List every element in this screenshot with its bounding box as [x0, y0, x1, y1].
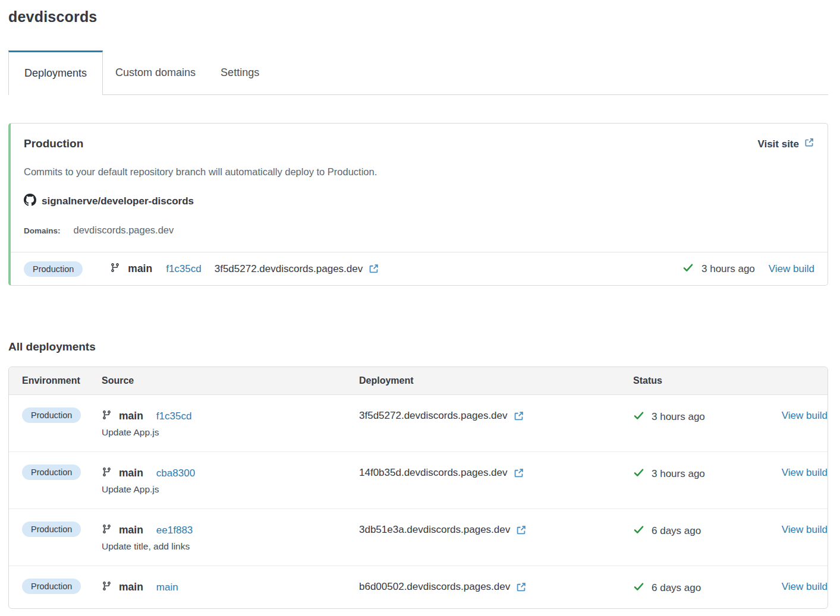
tab-label: Custom domains [115, 67, 196, 79]
success-check-icon [682, 262, 694, 276]
external-link-icon[interactable] [513, 410, 524, 422]
deployment-url: 3f5d5272.devdiscords.pages.dev [215, 263, 363, 275]
domain-value: devdiscords.pages.dev [74, 225, 174, 236]
deployment-url: 14f0b35d.devdiscords.pages.dev [359, 467, 508, 479]
commit-message: Update title, add links [102, 541, 359, 552]
external-link-icon[interactable] [515, 582, 527, 593]
deployment-url: b6d00502.devdiscords.pages.dev [359, 581, 510, 593]
pages-project-page: devdiscords Deployments Custom domains S… [0, 0, 840, 616]
tab-deployments[interactable]: Deployments [8, 50, 103, 95]
domains-label: Domains: [24, 226, 61, 235]
deployment-table-row: Production main f1c35cd Updat [9, 395, 828, 452]
view-build-link[interactable]: View build [782, 410, 828, 421]
production-card: Production Visit site Commits to your de… [8, 123, 828, 286]
tab-label: Settings [221, 67, 259, 79]
view-build-link[interactable]: View build [782, 524, 828, 535]
commit-link[interactable]: cba8300 [156, 467, 195, 479]
production-card-body: Production Visit site Commits to your de… [11, 124, 828, 252]
deployment-table-row: Production main ee1f883 Updat [9, 509, 828, 566]
visit-site-link[interactable]: Visit site [757, 137, 814, 151]
github-logo-icon [24, 194, 36, 209]
view-build-link[interactable]: View build [782, 467, 828, 478]
column-header-deployment: Deployment [359, 367, 633, 395]
tab-settings[interactable]: Settings [208, 50, 272, 94]
view-build-link[interactable]: View build [769, 263, 814, 275]
page-title: devdiscords [8, 8, 828, 26]
commit-message: Update App.js [102, 484, 359, 495]
environment-badge: Production [22, 579, 81, 594]
branch-name: main [128, 263, 152, 275]
git-branch-icon [102, 524, 112, 536]
success-check-icon [633, 524, 644, 538]
deployment-url: 3db51e3a.devdiscords.pages.dev [359, 524, 510, 536]
production-heading: Production [24, 137, 83, 150]
deployment-table-row: Production main main [9, 566, 828, 608]
deployment-time: 3 hours ago [652, 411, 705, 423]
commit-link[interactable]: f1c35cd [166, 263, 202, 275]
external-link-icon[interactable] [513, 467, 524, 479]
success-check-icon [633, 410, 644, 424]
production-description: Commits to your default repository branc… [24, 166, 814, 178]
deployment-time: 3 hours ago [652, 468, 705, 480]
commit-link[interactable]: main [156, 582, 178, 593]
environment-badge: Production [24, 261, 83, 277]
external-link-icon[interactable] [515, 525, 527, 536]
branch-name: main [119, 467, 143, 479]
branch-name: main [119, 410, 143, 422]
git-branch-icon [102, 410, 112, 422]
production-deployment-row: Production main f1c35cd 3f5d5272.devdisc… [11, 252, 828, 285]
visit-site-label: Visit site [757, 138, 799, 150]
tab-bar: Deployments Custom domains Settings [8, 50, 828, 95]
environment-badge: Production [22, 522, 81, 537]
environment-badge: Production [22, 407, 81, 423]
view-build-link[interactable]: View build [782, 581, 828, 592]
column-header-status: Status [633, 367, 769, 395]
all-deployments-heading: All deployments [8, 340, 828, 353]
external-link-icon[interactable] [368, 263, 379, 274]
deployment-url: 3f5d5272.devdiscords.pages.dev [359, 410, 508, 422]
repository-link[interactable]: signalnerve/developer-discords [42, 195, 194, 207]
tab-custom-domains[interactable]: Custom domains [103, 50, 208, 94]
tab-label: Deployments [24, 67, 87, 80]
success-check-icon [633, 581, 644, 595]
deployments-table: Environment Source Deployment Status Pro… [8, 367, 828, 609]
column-header-actions [769, 367, 828, 395]
commit-link[interactable]: ee1f883 [156, 525, 193, 536]
deployment-time: 6 days ago [652, 525, 701, 537]
commit-message: Update App.js [102, 427, 359, 438]
git-branch-icon [110, 263, 120, 275]
column-header-environment: Environment [9, 367, 102, 395]
commit-link[interactable]: f1c35cd [156, 410, 192, 422]
branch-name: main [119, 524, 143, 536]
external-link-icon [804, 137, 814, 151]
deployment-table-row: Production main cba8300 Updat [9, 452, 828, 509]
success-check-icon [633, 467, 644, 481]
deployment-time: 3 hours ago [701, 263, 755, 275]
git-branch-icon [102, 467, 112, 479]
git-branch-icon [102, 581, 112, 593]
branch-name: main [119, 581, 143, 593]
environment-badge: Production [22, 465, 81, 480]
column-header-source: Source [102, 367, 359, 395]
table-header-row: Environment Source Deployment Status [9, 367, 828, 395]
deployment-time: 6 days ago [652, 582, 701, 594]
